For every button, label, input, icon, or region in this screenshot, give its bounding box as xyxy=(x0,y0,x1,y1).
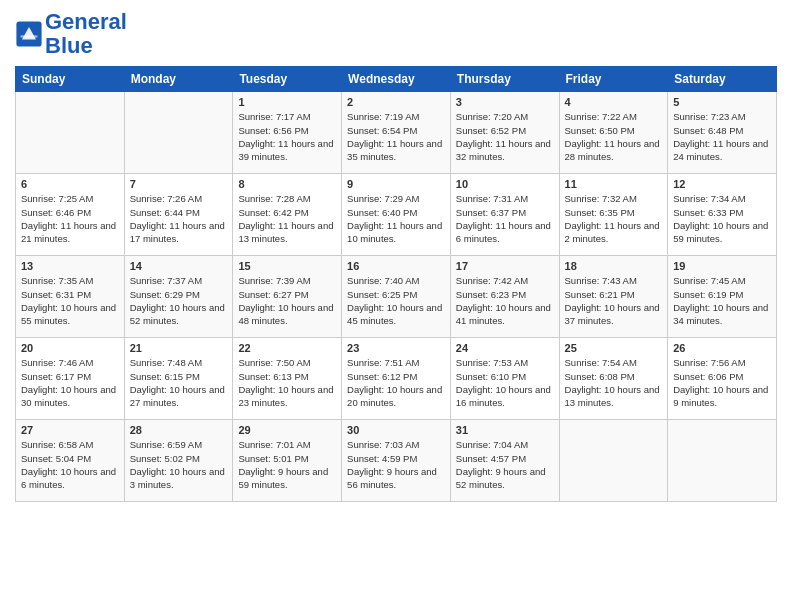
calendar-cell: 26Sunrise: 7:56 AM Sunset: 6:06 PM Dayli… xyxy=(668,338,777,420)
day-info: Sunrise: 7:01 AM Sunset: 5:01 PM Dayligh… xyxy=(238,438,336,491)
calendar-cell: 3Sunrise: 7:20 AM Sunset: 6:52 PM Daylig… xyxy=(450,92,559,174)
day-info: Sunrise: 7:35 AM Sunset: 6:31 PM Dayligh… xyxy=(21,274,119,327)
day-number: 11 xyxy=(565,178,663,190)
day-info: Sunrise: 7:54 AM Sunset: 6:08 PM Dayligh… xyxy=(565,356,663,409)
day-number: 4 xyxy=(565,96,663,108)
calendar-cell: 29Sunrise: 7:01 AM Sunset: 5:01 PM Dayli… xyxy=(233,420,342,502)
day-info: Sunrise: 7:31 AM Sunset: 6:37 PM Dayligh… xyxy=(456,192,554,245)
day-number: 14 xyxy=(130,260,228,272)
day-info: Sunrise: 7:42 AM Sunset: 6:23 PM Dayligh… xyxy=(456,274,554,327)
day-info: Sunrise: 7:50 AM Sunset: 6:13 PM Dayligh… xyxy=(238,356,336,409)
calendar-cell: 12Sunrise: 7:34 AM Sunset: 6:33 PM Dayli… xyxy=(668,174,777,256)
calendar-cell: 30Sunrise: 7:03 AM Sunset: 4:59 PM Dayli… xyxy=(342,420,451,502)
day-info: Sunrise: 7:23 AM Sunset: 6:48 PM Dayligh… xyxy=(673,110,771,163)
calendar-cell: 17Sunrise: 7:42 AM Sunset: 6:23 PM Dayli… xyxy=(450,256,559,338)
calendar-cell: 11Sunrise: 7:32 AM Sunset: 6:35 PM Dayli… xyxy=(559,174,668,256)
calendar-cell: 8Sunrise: 7:28 AM Sunset: 6:42 PM Daylig… xyxy=(233,174,342,256)
day-number: 7 xyxy=(130,178,228,190)
logo-text2: Blue xyxy=(45,34,127,58)
calendar-cell: 20Sunrise: 7:46 AM Sunset: 6:17 PM Dayli… xyxy=(16,338,125,420)
day-info: Sunrise: 7:25 AM Sunset: 6:46 PM Dayligh… xyxy=(21,192,119,245)
calendar-week-2: 6Sunrise: 7:25 AM Sunset: 6:46 PM Daylig… xyxy=(16,174,777,256)
page-header: General Blue xyxy=(15,10,777,58)
day-number: 16 xyxy=(347,260,445,272)
weekday-header-monday: Monday xyxy=(124,67,233,92)
weekday-header-thursday: Thursday xyxy=(450,67,559,92)
day-number: 18 xyxy=(565,260,663,272)
day-info: Sunrise: 7:51 AM Sunset: 6:12 PM Dayligh… xyxy=(347,356,445,409)
day-number: 9 xyxy=(347,178,445,190)
day-info: Sunrise: 7:34 AM Sunset: 6:33 PM Dayligh… xyxy=(673,192,771,245)
day-info: Sunrise: 7:28 AM Sunset: 6:42 PM Dayligh… xyxy=(238,192,336,245)
svg-rect-2 xyxy=(21,36,38,38)
calendar-cell: 16Sunrise: 7:40 AM Sunset: 6:25 PM Dayli… xyxy=(342,256,451,338)
logo-icon xyxy=(15,20,43,48)
calendar-week-5: 27Sunrise: 6:58 AM Sunset: 5:04 PM Dayli… xyxy=(16,420,777,502)
calendar-body: 1Sunrise: 7:17 AM Sunset: 6:56 PM Daylig… xyxy=(16,92,777,502)
day-number: 15 xyxy=(238,260,336,272)
day-number: 29 xyxy=(238,424,336,436)
page-container: General Blue SundayMondayTuesdayWednesda… xyxy=(0,0,792,512)
day-number: 13 xyxy=(21,260,119,272)
calendar-cell: 25Sunrise: 7:54 AM Sunset: 6:08 PM Dayli… xyxy=(559,338,668,420)
day-info: Sunrise: 7:32 AM Sunset: 6:35 PM Dayligh… xyxy=(565,192,663,245)
calendar-cell: 23Sunrise: 7:51 AM Sunset: 6:12 PM Dayli… xyxy=(342,338,451,420)
calendar-cell xyxy=(559,420,668,502)
logo: General Blue xyxy=(15,10,127,58)
day-info: Sunrise: 7:45 AM Sunset: 6:19 PM Dayligh… xyxy=(673,274,771,327)
day-info: Sunrise: 7:48 AM Sunset: 6:15 PM Dayligh… xyxy=(130,356,228,409)
day-info: Sunrise: 7:04 AM Sunset: 4:57 PM Dayligh… xyxy=(456,438,554,491)
day-info: Sunrise: 7:03 AM Sunset: 4:59 PM Dayligh… xyxy=(347,438,445,491)
day-number: 20 xyxy=(21,342,119,354)
day-number: 28 xyxy=(130,424,228,436)
calendar-cell: 1Sunrise: 7:17 AM Sunset: 6:56 PM Daylig… xyxy=(233,92,342,174)
logo-text: General xyxy=(45,10,127,34)
day-info: Sunrise: 6:58 AM Sunset: 5:04 PM Dayligh… xyxy=(21,438,119,491)
day-info: Sunrise: 7:19 AM Sunset: 6:54 PM Dayligh… xyxy=(347,110,445,163)
calendar-cell: 24Sunrise: 7:53 AM Sunset: 6:10 PM Dayli… xyxy=(450,338,559,420)
calendar-week-1: 1Sunrise: 7:17 AM Sunset: 6:56 PM Daylig… xyxy=(16,92,777,174)
day-number: 22 xyxy=(238,342,336,354)
calendar-cell: 2Sunrise: 7:19 AM Sunset: 6:54 PM Daylig… xyxy=(342,92,451,174)
calendar-cell: 13Sunrise: 7:35 AM Sunset: 6:31 PM Dayli… xyxy=(16,256,125,338)
day-number: 6 xyxy=(21,178,119,190)
day-info: Sunrise: 7:46 AM Sunset: 6:17 PM Dayligh… xyxy=(21,356,119,409)
calendar-cell: 18Sunrise: 7:43 AM Sunset: 6:21 PM Dayli… xyxy=(559,256,668,338)
calendar-cell: 4Sunrise: 7:22 AM Sunset: 6:50 PM Daylig… xyxy=(559,92,668,174)
calendar-cell: 28Sunrise: 6:59 AM Sunset: 5:02 PM Dayli… xyxy=(124,420,233,502)
day-info: Sunrise: 7:22 AM Sunset: 6:50 PM Dayligh… xyxy=(565,110,663,163)
day-number: 1 xyxy=(238,96,336,108)
calendar-cell: 7Sunrise: 7:26 AM Sunset: 6:44 PM Daylig… xyxy=(124,174,233,256)
weekday-header-saturday: Saturday xyxy=(668,67,777,92)
weekday-header-wednesday: Wednesday xyxy=(342,67,451,92)
day-number: 26 xyxy=(673,342,771,354)
calendar-header: SundayMondayTuesdayWednesdayThursdayFrid… xyxy=(16,67,777,92)
calendar-cell: 21Sunrise: 7:48 AM Sunset: 6:15 PM Dayli… xyxy=(124,338,233,420)
day-number: 25 xyxy=(565,342,663,354)
day-info: Sunrise: 7:43 AM Sunset: 6:21 PM Dayligh… xyxy=(565,274,663,327)
day-info: Sunrise: 6:59 AM Sunset: 5:02 PM Dayligh… xyxy=(130,438,228,491)
day-number: 24 xyxy=(456,342,554,354)
day-info: Sunrise: 7:17 AM Sunset: 6:56 PM Dayligh… xyxy=(238,110,336,163)
day-number: 10 xyxy=(456,178,554,190)
day-info: Sunrise: 7:39 AM Sunset: 6:27 PM Dayligh… xyxy=(238,274,336,327)
weekday-header-row: SundayMondayTuesdayWednesdayThursdayFrid… xyxy=(16,67,777,92)
day-number: 12 xyxy=(673,178,771,190)
weekday-header-sunday: Sunday xyxy=(16,67,125,92)
calendar-cell: 22Sunrise: 7:50 AM Sunset: 6:13 PM Dayli… xyxy=(233,338,342,420)
day-number: 27 xyxy=(21,424,119,436)
calendar-week-3: 13Sunrise: 7:35 AM Sunset: 6:31 PM Dayli… xyxy=(16,256,777,338)
calendar-table: SundayMondayTuesdayWednesdayThursdayFrid… xyxy=(15,66,777,502)
day-info: Sunrise: 7:29 AM Sunset: 6:40 PM Dayligh… xyxy=(347,192,445,245)
calendar-cell: 14Sunrise: 7:37 AM Sunset: 6:29 PM Dayli… xyxy=(124,256,233,338)
day-number: 21 xyxy=(130,342,228,354)
calendar-cell: 10Sunrise: 7:31 AM Sunset: 6:37 PM Dayli… xyxy=(450,174,559,256)
day-number: 2 xyxy=(347,96,445,108)
day-number: 8 xyxy=(238,178,336,190)
calendar-cell: 5Sunrise: 7:23 AM Sunset: 6:48 PM Daylig… xyxy=(668,92,777,174)
calendar-week-4: 20Sunrise: 7:46 AM Sunset: 6:17 PM Dayli… xyxy=(16,338,777,420)
day-info: Sunrise: 7:56 AM Sunset: 6:06 PM Dayligh… xyxy=(673,356,771,409)
calendar-cell xyxy=(16,92,125,174)
day-number: 19 xyxy=(673,260,771,272)
day-info: Sunrise: 7:53 AM Sunset: 6:10 PM Dayligh… xyxy=(456,356,554,409)
